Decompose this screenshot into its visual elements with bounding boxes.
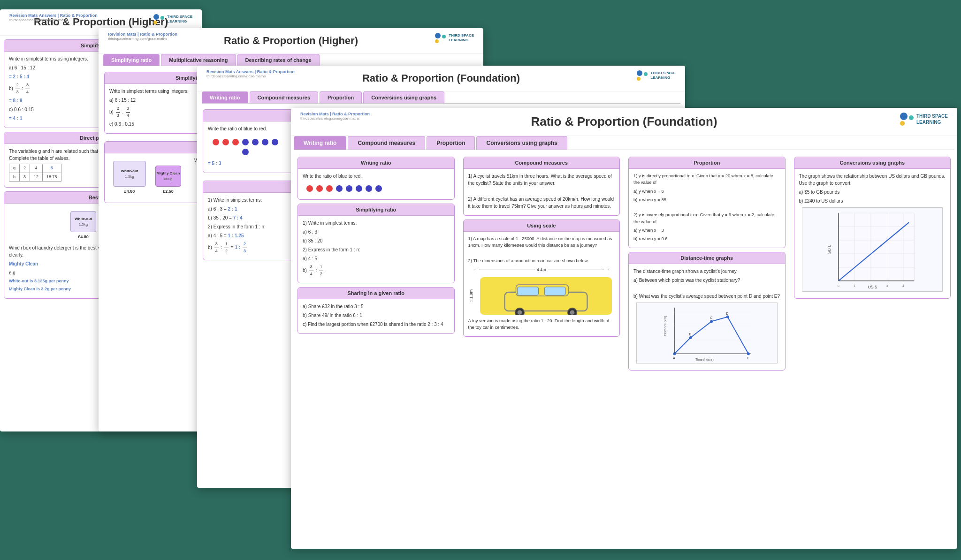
revision-link-1: Revision Mats Answers | Ratio & Proporti… bbox=[9, 13, 98, 22]
page-layer-4: Revision Mats | Ratio & Proportion third… bbox=[291, 108, 957, 549]
conv4-q2: b) £240 to US dollars bbox=[799, 197, 946, 204]
svg-text:4: 4 bbox=[902, 284, 904, 288]
writing-ratio-header-4: Writing ratio bbox=[298, 157, 454, 169]
svg-text:A: A bbox=[673, 356, 675, 360]
sr4-q2b: b) 34 : 12 bbox=[303, 264, 450, 277]
logo-area-3: THIRD SPACELEARNING bbox=[637, 70, 676, 81]
svg-point-6 bbox=[518, 310, 522, 315]
whiteout-weight-2: 1.5kg bbox=[125, 174, 134, 180]
tsl-circle-teal-4 bbox=[909, 115, 914, 120]
page-header-3: Revision Mats Answers | Ratio & Proporti… bbox=[197, 66, 685, 91]
conversions-header-4: Conversions using graphs bbox=[794, 157, 951, 169]
page-title-3: Ratio & Proportion (Foundation) bbox=[362, 72, 520, 84]
whiteout-name-1: White-out bbox=[75, 216, 92, 222]
us4-q1: 1) A map has a scale of 1 : 25000. A dis… bbox=[468, 235, 615, 249]
tsl-circles-4 bbox=[900, 113, 914, 126]
shr4-q2: b) Share 49/ in the ratio 6 : 1 bbox=[303, 312, 450, 319]
tsl-circles-1 bbox=[153, 14, 164, 24]
tab-rates-2[interactable]: Describing rates of change bbox=[237, 54, 320, 66]
tab-conversions-4[interactable]: Conversions using graphs bbox=[476, 136, 567, 150]
table-h-12: 12 bbox=[30, 173, 43, 182]
tsl-circle-blue-2 bbox=[435, 33, 441, 38]
d4-b4 bbox=[366, 185, 372, 192]
table-h-1875: 18.75 bbox=[43, 173, 61, 182]
col-1: Writing ratio Write the ratio of blue to… bbox=[294, 153, 458, 374]
svg-text:0: 0 bbox=[838, 284, 839, 288]
col-2: Compound measures 1) A cyclist travels 5… bbox=[459, 153, 624, 374]
car-svg bbox=[480, 277, 612, 315]
tab-conversions-3[interactable]: Conversions using graphs bbox=[363, 91, 444, 103]
dot-blue-4 bbox=[272, 139, 278, 145]
proportion-body-4: 1) y is directly proportional to x. Give… bbox=[629, 169, 785, 248]
svg-text:B: B bbox=[689, 333, 692, 336]
revision-link-2: Revision Mats | Ratio & Proportion third… bbox=[108, 32, 177, 41]
tsl-circle-blue-3 bbox=[637, 70, 642, 76]
tsl-circle-teal-2 bbox=[442, 35, 446, 38]
tab-simplifying-2[interactable]: Simplifying ratio bbox=[103, 54, 160, 66]
cm4-q2: 2) A different cyclist has an average sp… bbox=[468, 196, 615, 210]
tab-proportion-3[interactable]: Proportion bbox=[320, 91, 362, 103]
writing-ratio-card-4: Writing ratio Write the ratio of blue to… bbox=[297, 157, 455, 200]
p4-q2a: a) y when x = 3 bbox=[633, 227, 780, 234]
distance-time-header-4: Distance-time graphs bbox=[629, 252, 785, 264]
revision-link-4: Revision Mats | Ratio & Proportion third… bbox=[300, 112, 370, 121]
whiteout-name-2: White-out bbox=[121, 168, 138, 174]
d4-r2 bbox=[316, 185, 323, 192]
col-3: Proportion 1) y is directly proportional… bbox=[625, 153, 789, 374]
whiteout-visual-2: White-out 1.5kg bbox=[113, 161, 146, 187]
shr4-q1: a) Share £32 in the ratio 3 : 5 bbox=[303, 303, 450, 310]
tab-compound-3[interactable]: Compound measures bbox=[250, 91, 318, 103]
tsl-circles-2 bbox=[435, 33, 446, 43]
dot-blue-5 bbox=[242, 149, 249, 155]
whiteout-visual-1: White-out 1.5kg bbox=[70, 211, 96, 232]
dots-container-3 bbox=[208, 134, 283, 160]
car-height-label: ↕ 1.8m bbox=[468, 289, 475, 302]
tab-writing-3[interactable]: Writing ratio bbox=[202, 91, 248, 103]
dot-red-1 bbox=[213, 139, 219, 145]
dot-red-2 bbox=[222, 139, 229, 145]
using-scale-header-4: Using scale bbox=[464, 220, 620, 232]
tab-compound-4[interactable]: Compound measures bbox=[348, 136, 425, 150]
dot-blue-2 bbox=[252, 139, 259, 145]
tsl-text-1: THIRD SPACELEARNING bbox=[167, 15, 192, 24]
product-whiteout-2: White-out 1.5kg £4.80 bbox=[113, 161, 146, 195]
svg-point-7 bbox=[570, 310, 575, 315]
tsl-circle-yellow bbox=[153, 21, 157, 24]
dimension-label-4: ← 4.4m → bbox=[468, 266, 615, 274]
d4-b1 bbox=[336, 185, 343, 192]
svg-text:D: D bbox=[726, 312, 729, 315]
point-D bbox=[726, 316, 729, 318]
tsl-text-2: THIRD SPACELEARNING bbox=[449, 33, 474, 43]
svg-text:2: 2 bbox=[870, 284, 872, 288]
tab-proportion-4[interactable]: Proportion bbox=[427, 136, 475, 150]
sr4-q1: 1) Write in simplest terms: bbox=[303, 219, 450, 227]
compound-measures-body-4: 1) A cyclist travels 51km in three hours… bbox=[464, 169, 620, 215]
p4-q2b: b) x when y = 0.6 bbox=[633, 235, 780, 242]
page-header-2: Revision Mats | Ratio & Proportion third… bbox=[99, 28, 483, 54]
logo-area-1: THIRD SPACELEARNING bbox=[153, 14, 192, 24]
svg-rect-4 bbox=[518, 287, 539, 295]
svg-text:3: 3 bbox=[886, 284, 888, 288]
product-mightyclean-2: Mighty Clean 800g £2.50 bbox=[155, 166, 181, 195]
car-placeholder bbox=[480, 277, 612, 315]
dp-table-1: g 2 4 5 h 3 12 18.75 bbox=[9, 164, 61, 182]
tsl-logo-4: THIRD SPACELEARNING bbox=[900, 113, 948, 126]
tab-bar-4: Writing ratio Compound measures Proporti… bbox=[294, 136, 954, 150]
dt4-q2: b) What was the cyclist's average speed … bbox=[633, 293, 780, 300]
arrow-line-4b bbox=[548, 270, 604, 270]
p4-q1: 1) y is directly proportional to x. Give… bbox=[633, 173, 780, 186]
tab-multiplicative-2[interactable]: Multiplicative reasoning bbox=[161, 54, 236, 66]
tab-writing-4[interactable]: Writing ratio bbox=[294, 136, 346, 150]
dt4-desc: The distance-time graph shows a cyclist'… bbox=[633, 268, 780, 275]
dt4-q1: a) Between which points was the cyclist … bbox=[633, 277, 780, 284]
tsl-circles-3 bbox=[637, 70, 648, 81]
conv-y-axis-label: GB £ bbox=[827, 245, 831, 254]
proportion-card-4: Proportion 1) y is directly proportional… bbox=[628, 157, 786, 248]
mightyclean-name-2: Mighty Clean bbox=[157, 171, 180, 176]
compound-measures-header-4: Compound measures bbox=[464, 157, 620, 169]
tsl-circle-blue-4 bbox=[900, 113, 908, 120]
wr4-question: Write the ratio of blue to red. bbox=[303, 173, 450, 180]
product-whiteout-1: White-out 1.5kg £4.80 bbox=[70, 211, 96, 241]
tab-bar-2: Simplifying ratio Multiplicative reasoni… bbox=[103, 54, 479, 66]
table-g-5: 5 bbox=[43, 164, 61, 173]
